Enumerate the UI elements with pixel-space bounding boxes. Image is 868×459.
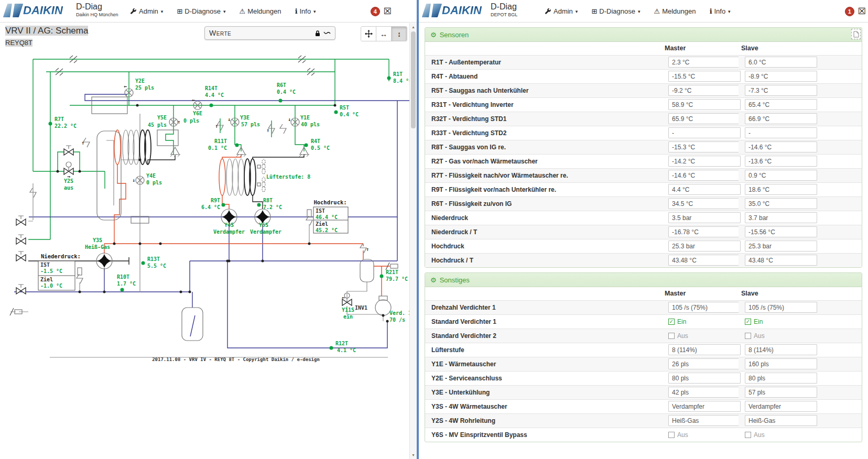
value-box: Heiß-Gas bbox=[668, 415, 741, 426]
nav-item-admin[interactable]: Admin▾ bbox=[545, 7, 578, 15]
pipe-junction bbox=[159, 243, 162, 245]
header-left: DAIKIN D-Diag Daikin HQ München Admin▾⊞D… bbox=[0, 0, 417, 23]
diagram-label: Y4E bbox=[146, 173, 156, 179]
status-value: Aus bbox=[745, 332, 859, 340]
window-close-icon[interactable]: ☒ bbox=[384, 7, 392, 16]
warning-icon: ⚠ bbox=[654, 7, 660, 15]
value-box: 34.5 °C bbox=[668, 198, 741, 209]
slave-cell: -14.6 °C bbox=[739, 140, 862, 154]
value-box: 4.4 °C bbox=[668, 184, 741, 195]
value-box: 43.48 °C bbox=[668, 255, 741, 266]
checkbox[interactable]: ✓ bbox=[668, 319, 675, 325]
checkbox[interactable] bbox=[668, 432, 675, 438]
fan-icon bbox=[257, 159, 265, 174]
nav-item-meldungen[interactable]: ⚠Meldungen bbox=[239, 7, 281, 15]
table-row: Standard Verdichter 2AusAus bbox=[425, 329, 862, 343]
value-box: - bbox=[668, 127, 741, 138]
table-row: R2T - Gas vor/nach Wärmetauscher-14.2 °C… bbox=[425, 154, 862, 168]
diagram-label: 0.1 °C bbox=[208, 145, 227, 151]
nav-item-label: D-Diagnose bbox=[185, 7, 221, 15]
master-cell: -14.6 °C bbox=[662, 168, 739, 182]
checkbox[interactable] bbox=[745, 333, 751, 339]
slave-cell: Heiß-Gas bbox=[739, 413, 862, 428]
grid-icon: ⊞ bbox=[177, 7, 182, 15]
column-header-slave: Slave bbox=[739, 287, 862, 300]
value-box: 3.7 bar bbox=[745, 212, 817, 223]
diagram-label: Y4S bbox=[224, 222, 234, 228]
checkbox[interactable] bbox=[745, 432, 751, 438]
row-label: Hochdruck bbox=[425, 239, 662, 253]
nav-item-label: Info bbox=[299, 7, 311, 15]
value-box: 6.0 °C bbox=[745, 57, 817, 68]
app-subtitle: Daikin HQ München bbox=[76, 12, 118, 17]
nav-item-meldungen[interactable]: ⚠Meldungen bbox=[654, 7, 696, 15]
table-row: Lüfterstufe8 (114%)8 (114%) bbox=[425, 343, 862, 357]
copy-icon[interactable] bbox=[851, 29, 861, 39]
diagram-label: R11T bbox=[214, 138, 227, 144]
nav-item-info[interactable]: ℹInfo▾ bbox=[295, 7, 316, 15]
diagram-label: Y5S bbox=[259, 222, 268, 228]
value-box: 8 (114%) bbox=[668, 344, 741, 355]
scroll-thumb[interactable] bbox=[411, 31, 416, 128]
window-close-icon[interactable]: ☒ bbox=[858, 7, 866, 16]
slave-cell: 0.9 °C bbox=[739, 168, 862, 182]
diagram-label: ↓ bbox=[288, 116, 291, 122]
slave-cell: 8 (114%) bbox=[739, 343, 862, 357]
app-title-block: D-Diag DEPOT BGL bbox=[491, 2, 517, 17]
master-cell: -9.2 °C bbox=[662, 83, 739, 97]
nav-item-d-diagnose[interactable]: ⊞D-Diagnose▾ bbox=[177, 7, 225, 15]
slave-cell: -8.9 °C bbox=[739, 69, 862, 83]
checkbox[interactable] bbox=[668, 333, 675, 339]
nav-item-label: Admin bbox=[554, 7, 573, 15]
master-cell: 105 /s (75%) bbox=[662, 300, 739, 314]
row-label: Y3E - Unterkühlung bbox=[425, 385, 662, 399]
diagram-label: R7T bbox=[55, 116, 64, 122]
scroll-down-icon[interactable]: ▼ bbox=[410, 452, 417, 458]
diagram-label: Heiß-Gas bbox=[85, 244, 110, 250]
nav-item-admin[interactable]: Admin▾ bbox=[130, 7, 163, 15]
scroll-up-icon[interactable]: ▲ bbox=[410, 24, 417, 30]
value-box: 26 pls bbox=[668, 358, 741, 369]
value-box: Verdampfer bbox=[668, 401, 741, 412]
notification-badge[interactable]: 1 bbox=[845, 7, 854, 16]
pipe-junction bbox=[262, 260, 264, 263]
sensor-dot bbox=[279, 99, 283, 103]
row-label: R32T - Verdichtung STD1 bbox=[425, 112, 662, 126]
notification-badge[interactable]: 4 bbox=[371, 7, 380, 16]
diagram-label: Y3E bbox=[240, 115, 249, 121]
slave-cell: 57 pls bbox=[739, 385, 862, 399]
info-box-hochdruck: Hochdruck:IST46.4 °CZiel45.2 °C bbox=[313, 199, 348, 233]
main-nav: Admin▾⊞D-Diagnose▾⚠MeldungenℹInfo▾ bbox=[545, 0, 731, 23]
panel-header: ⚙Sensoren bbox=[425, 28, 862, 42]
value-box: Heiß-Gas bbox=[745, 415, 817, 426]
diagram-label: INV1 bbox=[355, 305, 367, 311]
header-right-left: 4 ☒ bbox=[371, 0, 392, 23]
slave-cell: - bbox=[739, 126, 862, 140]
app-title: D-Diag bbox=[76, 2, 118, 12]
info-box-niederdruck: Niederdruck:IST-1.5 °CZiel-1.0 °C bbox=[38, 253, 81, 290]
info-icon: ℹ bbox=[709, 7, 712, 15]
nav-item-label: D-Diagnose bbox=[599, 7, 635, 15]
caret-down-icon: ▾ bbox=[638, 9, 641, 14]
diagram-label: 0 pls bbox=[146, 180, 162, 185]
nav-item-d-diagnose[interactable]: ⊞D-Diagnose▾ bbox=[591, 7, 640, 15]
left-scrollbar[interactable]: ▲ ▼ bbox=[409, 23, 417, 459]
diagram-label: R13T bbox=[147, 256, 160, 262]
table-row: Y2E - Serviceanschluss80 pls80 pls bbox=[425, 371, 862, 385]
sensor-dot bbox=[380, 275, 384, 278]
slave-cell: 18.6 °C bbox=[739, 182, 862, 196]
daikin-logo: DAIKIN bbox=[424, 4, 482, 17]
diagram-label: ↑ bbox=[81, 140, 84, 146]
checkbox[interactable]: ✓ bbox=[745, 319, 751, 325]
diagram-label: ← bbox=[192, 97, 195, 103]
wrench-icon bbox=[130, 8, 137, 15]
diagram-label: Y2E bbox=[135, 78, 145, 84]
pipe-junction bbox=[386, 320, 389, 323]
slave-cell: 3.7 bar bbox=[739, 211, 862, 225]
values-table: MasterSlaveDrehzahl Verdichter 1105 /s (… bbox=[425, 287, 862, 442]
status-value: ✓Ein bbox=[745, 318, 859, 325]
diagram-label: 0.4 °C bbox=[340, 112, 359, 117]
values-content: ⚙SensorenMasterSlaveR1T - Außentemperatu… bbox=[419, 23, 868, 459]
nav-item-info[interactable]: ℹInfo▾ bbox=[709, 7, 730, 15]
slave-cell: -13.6 °C bbox=[739, 154, 862, 168]
